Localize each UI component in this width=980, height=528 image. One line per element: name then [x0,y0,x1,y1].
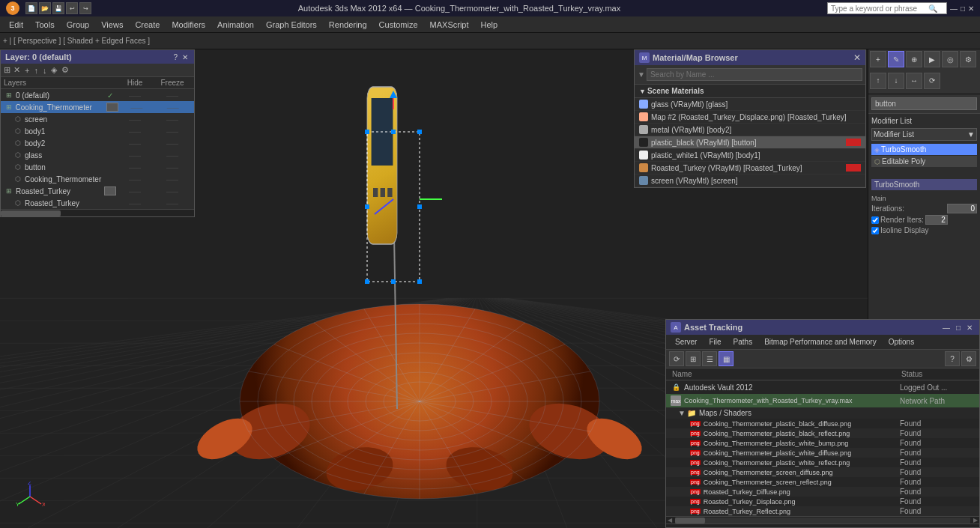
mat-item-metal[interactable]: metal (VRayMtl) [body2] [635,124,865,136]
at-btn-details[interactable]: ▦ [719,351,734,366]
at-item-map-3[interactable]: png Cooking_Thermometer_plastic_white_di… [666,448,979,458]
mat-item-plastic-black[interactable]: plastic_black (VRayMtl) [button] [635,136,865,149]
rp-btn-modify[interactable]: ✎ [888,51,904,67]
menu-item-customize[interactable]: Customize [373,19,424,31]
render-iters-checkbox[interactable] [871,216,879,224]
layers-close-btn[interactable]: ✕ [181,53,190,61]
layer-item-glass[interactable]: ⬡ glass —— —— [1,149,194,161]
layers-btn-move-down[interactable]: ↓ [41,66,49,75]
menu-item-graph-editors[interactable]: Graph Editors [260,19,323,31]
layers-btn-add[interactable]: + [23,66,31,75]
scene-materials-header[interactable]: ▼ Scene Materials [635,85,865,98]
menu-item-create[interactable]: Create [129,19,166,31]
rp-btn-extra2[interactable]: ↓ [888,73,904,89]
layers-btn-move-up[interactable]: ↑ [32,66,40,75]
menu-item-animation[interactable]: Animation [211,19,260,31]
at-scroll-thumb[interactable] [675,518,705,524]
at-item-map-5[interactable]: png Cooking_Thermometer_screen_diffuse.p… [666,467,979,477]
layer-item-body1[interactable]: ⬡ body1 —— —— [1,125,194,137]
layer-item-cooking-thermometer[interactable]: ⊞ Cooking_Thermometer —— —— [1,101,194,113]
at-close-btn[interactable]: ✕ [964,324,975,332]
at-item-map-1[interactable]: png Cooking_Thermometer_plastic_black_re… [666,428,979,438]
at-item-vault[interactable]: 🔒 Autodesk Vault 2012 Logged Out ... [666,380,979,394]
modifier-list-dropdown[interactable]: Modifier List ▼ [871,128,977,141]
at-item-map-4[interactable]: png Cooking_Thermometer_plastic_white_re… [666,458,979,467]
layers-btn-delete[interactable]: ✕ [12,65,22,75]
modifier-item-turbosmooth[interactable]: ◈ TurboSmooth [871,144,977,155]
at-item-map-2[interactable]: png Cooking_Thermometer_plastic_white_bu… [666,438,979,448]
mat-search-input[interactable] [647,68,862,81]
menu-item-rendering[interactable]: Rendering [323,19,373,31]
at-menu-paths[interactable]: Paths [728,336,759,348]
mat-item-map2[interactable]: Map #2 (Roasted_Turkey_Displace.png) [Ro… [635,111,865,124]
at-item-map-8[interactable]: png Roasted_Turkey_Displace.png Found [666,497,979,506]
at-menu-server[interactable]: Server [669,336,703,348]
window-close[interactable]: ✕ [968,4,974,13]
at-item-map-9[interactable]: png Roasted_Turkey_Reflect.png Found [666,506,979,516]
layer-item-cooking-therm-obj[interactable]: ⬡ Cooking_Thermometer —— —— [1,173,194,185]
at-item-map-7[interactable]: png Roasted_Turkey_Diffuse.png Found [666,487,979,497]
at-btn-help[interactable]: ? [945,351,960,366]
toolbar-icon-new[interactable]: 📄 [25,2,37,14]
toolbar-icon-open[interactable]: 📂 [39,2,51,14]
layers-help-btn[interactable]: ? [172,53,179,61]
at-btn-settings[interactable]: ⚙ [961,351,976,366]
menu-item-views[interactable]: Views [95,19,129,31]
at-scroll-right-btn[interactable]: ▶ [972,517,979,524]
at-item-main-file[interactable]: max Cooking_Thermometer_with_Roasted_Tur… [666,394,979,407]
window-maximize[interactable]: □ [961,4,965,13]
rp-btn-create[interactable]: + [870,51,886,67]
layers-scroll-thumb[interactable] [1,210,61,216]
mat-item-roasted-turkey[interactable]: Roasted_Turkey (VRayMtl) [Roasted_Turkey… [635,162,865,175]
menu-item-help[interactable]: Help [475,19,504,31]
menu-item-modifiers[interactable]: Modifiers [166,19,211,31]
layers-btn-props[interactable]: ⚙ [60,65,70,75]
at-menu-file[interactable]: File [703,336,727,348]
at-btn-refresh[interactable]: ⟳ [669,351,684,366]
mat-browser-close-btn[interactable]: ✕ [853,52,861,63]
at-menu-options[interactable]: Options [883,336,920,348]
rp-btn-display[interactable]: ◎ [942,51,958,67]
at-item-map-0[interactable]: png Cooking_Thermometer_plastic_black_di… [666,419,979,428]
menu-item-edit[interactable]: Edit [3,19,29,31]
layer-item-button[interactable]: ⬡ button —— —— [1,161,194,173]
mat-item-glass[interactable]: glass (VRayMtl) [glass] [635,98,865,111]
layer-item-roasted-turkey-obj[interactable]: ⬡ Roasted_Turkey —— —— [1,197,194,209]
rp-btn-hierarchy[interactable]: ⊕ [906,51,922,67]
toolbar-icon-save[interactable]: 💾 [52,2,64,14]
at-maximize-btn[interactable]: □ [954,324,963,332]
at-minimize-btn[interactable]: — [940,324,952,332]
rp-btn-extra4[interactable]: ⟳ [924,73,940,89]
layers-btn-select[interactable]: ◈ [49,65,58,75]
layer-item-0[interactable]: ⊞ 0 (default) ✓ —— —— [1,89,194,101]
layer-item-roasted-turkey[interactable]: ⊞ Roasted_Turkey —— —— [1,185,194,197]
at-item-maps-folder[interactable]: ▼ 📁 Maps / Shaders [666,407,979,419]
at-menu-bitmap-perf[interactable]: Bitmap Performance and Memory [758,336,883,348]
iterations-input[interactable] [947,204,977,213]
mat-item-screen[interactable]: screen (VRayMtl) [screen] [635,175,865,187]
menu-item-maxscript[interactable]: MAXScript [424,19,475,31]
menu-item-tools[interactable]: Tools [29,19,61,31]
layer-item-screen[interactable]: ⬡ screen —— —— [1,113,194,125]
rp-btn-utilities[interactable]: ⚙ [960,51,976,67]
mat-item-plastic-white[interactable]: plastic_white1 (VRayMtl) [body1] [635,149,865,162]
object-name-display[interactable]: button [871,97,977,110]
layer-checkbox-ct[interactable] [106,103,118,112]
toolbar-icon-redo[interactable]: ↪ [79,2,91,14]
toolbar-icon-undo[interactable]: ↩ [66,2,78,14]
rp-btn-motion[interactable]: ▶ [924,51,940,67]
at-btn-grid[interactable]: ⊞ [686,351,701,366]
isoline-checkbox[interactable] [871,227,879,234]
layers-scrollbar[interactable] [1,209,194,216]
layer-checkbox-rt[interactable] [104,186,116,195]
at-scrollbar[interactable]: ◀ ▶ [666,516,979,524]
modifier-item-editable-poly[interactable]: ⬡ Editable Poly [871,156,977,167]
menu-item-group[interactable]: Group [61,19,96,31]
search-input[interactable] [831,4,928,13]
at-scroll-track[interactable] [675,518,970,524]
rp-btn-extra3[interactable]: ↔ [906,73,922,89]
at-scroll-left-btn[interactable]: ◀ [666,517,674,524]
layer-item-body2[interactable]: ⬡ body2 —— —— [1,137,194,149]
at-btn-list[interactable]: ☰ [702,351,717,366]
rp-btn-extra1[interactable]: ↑ [870,73,886,89]
